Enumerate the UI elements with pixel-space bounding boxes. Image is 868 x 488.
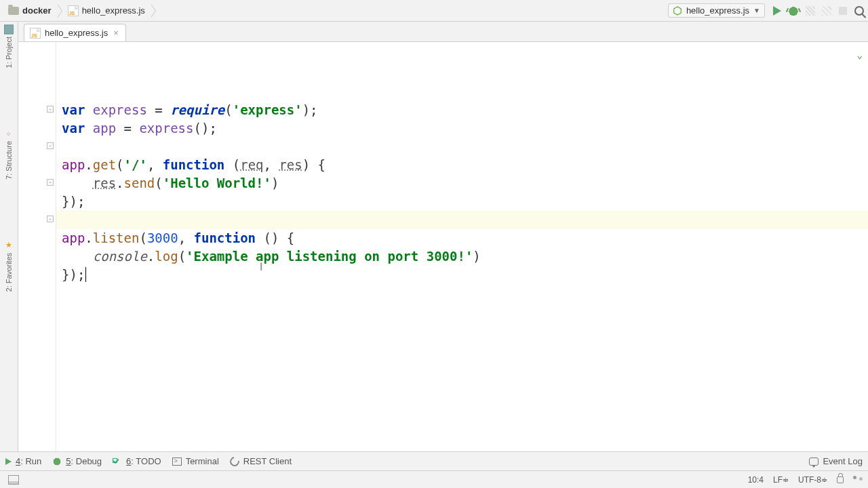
breadcrumb-label: docker bbox=[22, 5, 52, 16]
toolbar-run-actions bbox=[773, 5, 864, 16]
tool-window-favorites[interactable]: 2: Favorites ★ bbox=[4, 241, 14, 291]
debug-button[interactable] bbox=[788, 5, 799, 16]
breadcrumb-label: hello_express.js bbox=[82, 5, 145, 16]
tool-windows-toggle[interactable] bbox=[8, 475, 19, 485]
editor-tabs: hello_express.js × bbox=[18, 22, 868, 42]
event-log-button[interactable]: Event Log bbox=[809, 456, 863, 466]
readonly-toggle[interactable] bbox=[837, 476, 844, 483]
file-encoding[interactable]: UTF-8≑ bbox=[798, 475, 827, 485]
gutter[interactable]: ---- bbox=[18, 42, 56, 451]
breadcrumbs: docker hello_express.js bbox=[4, 3, 668, 19]
ide-features-trainer[interactable] bbox=[853, 476, 863, 484]
event-log-icon bbox=[809, 458, 818, 466]
todo-icon bbox=[113, 457, 122, 466]
tool-window-structure[interactable]: 7: Structure ⬦ bbox=[4, 129, 14, 180]
search-everywhere-button[interactable] bbox=[854, 6, 864, 16]
tool-window-project[interactable]: 1: Project bbox=[4, 24, 14, 68]
chevron-down-icon: ▼ bbox=[753, 7, 760, 14]
editor-tab-hello-express[interactable]: hello_express.js × bbox=[24, 24, 126, 41]
tool-window-rest-client[interactable]: REST Client bbox=[230, 456, 292, 466]
tool-window-run[interactable]: 4: Run /*noop*/ bbox=[5, 456, 41, 466]
editor[interactable]: ---- ⌄ var express = require('express');… bbox=[18, 42, 868, 451]
close-tab-button[interactable]: × bbox=[112, 28, 120, 38]
fold-toggle[interactable]: - bbox=[47, 106, 54, 113]
navigation-bar: docker hello_express.js hello_express.js… bbox=[0, 0, 868, 22]
run-configuration-selector[interactable]: hello_express.js ▼ bbox=[668, 3, 765, 18]
tab-label: hello_express.js bbox=[45, 28, 108, 38]
bottom-tool-window-bar: 4: Run /*noop*/ 5: Debug 6: TODO Termina… bbox=[0, 451, 868, 470]
fold-toggle[interactable]: - bbox=[47, 216, 54, 222]
run-button[interactable] bbox=[773, 6, 781, 16]
play-icon bbox=[5, 458, 12, 465]
profile-button-disabled bbox=[822, 6, 831, 16]
left-tool-window-bar: 1: Project 7: Structure ⬦ 2: Favorites ★ bbox=[0, 22, 18, 451]
breadcrumb-file[interactable]: hello_express.js bbox=[64, 3, 152, 19]
nodejs-icon bbox=[673, 6, 682, 16]
rest-icon bbox=[228, 455, 241, 468]
caret-position[interactable]: 10:4 bbox=[748, 475, 764, 485]
breadcrumb-project[interactable]: docker bbox=[4, 3, 58, 19]
star-icon: ★ bbox=[4, 241, 14, 250]
fold-toggle[interactable]: - bbox=[47, 142, 54, 149]
project-icon bbox=[4, 24, 14, 34]
tool-window-debug[interactable]: 5: Debug bbox=[52, 456, 102, 466]
terminal-icon bbox=[172, 458, 182, 466]
coverage-button-disabled bbox=[806, 6, 815, 16]
run-config-label: hello_express.js bbox=[686, 5, 749, 16]
bug-icon bbox=[52, 457, 62, 466]
status-bar: 10:4 LF≑ UTF-8≑ bbox=[0, 470, 868, 488]
tool-window-terminal[interactable]: Terminal bbox=[172, 456, 219, 466]
fold-toggle[interactable]: - bbox=[47, 179, 54, 186]
js-file-icon bbox=[68, 5, 79, 16]
inspection-indicator[interactable]: ⌄ bbox=[857, 46, 863, 64]
tool-window-todo[interactable]: 6: TODO bbox=[113, 456, 161, 466]
js-file-icon bbox=[30, 28, 41, 39]
svg-marker-0 bbox=[674, 6, 682, 14]
structure-icon: ⬦ bbox=[4, 129, 14, 138]
stop-button-disabled bbox=[838, 6, 848, 16]
line-separator[interactable]: LF≑ bbox=[773, 475, 789, 485]
folder-icon bbox=[8, 7, 19, 15]
